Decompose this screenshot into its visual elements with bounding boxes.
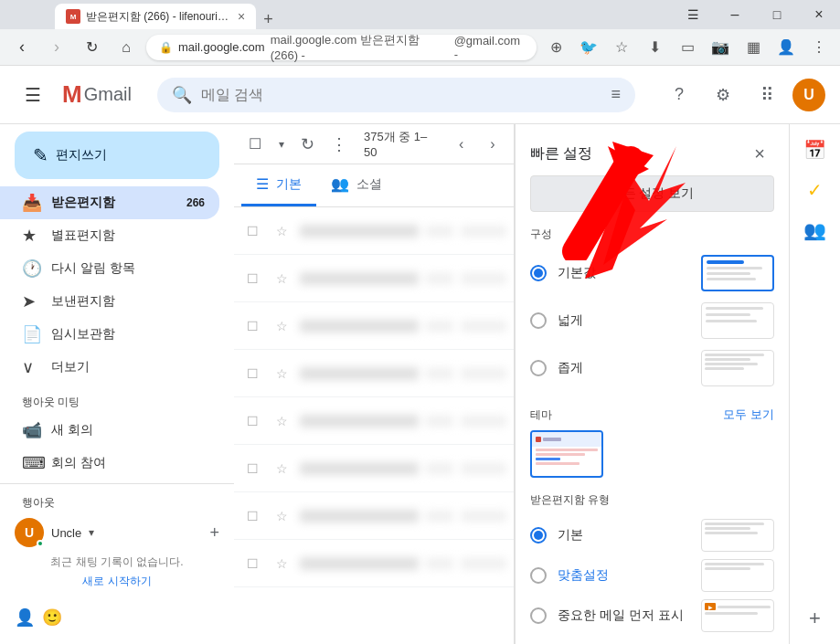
view-all-settings-button[interactable]: 모든 설정 보기 xyxy=(530,175,774,212)
compose-button[interactable]: ✎ 편지쓰기 xyxy=(15,132,219,179)
star-icon[interactable]: ☆ xyxy=(276,414,288,428)
sidebar-item-more[interactable]: ∨ 더보기 xyxy=(0,351,219,384)
calendar-icon[interactable]: 📅 xyxy=(797,132,834,168)
search-filter-icon[interactable]: ≡ xyxy=(611,85,621,104)
tab-social[interactable]: 👥 소셜 xyxy=(316,164,397,206)
star-icon[interactable]: ☆ xyxy=(276,271,288,286)
hamburger-menu-icon[interactable]: ☰ xyxy=(15,77,51,113)
address-bar[interactable]: 🔒 mail.google.com mail.google.com 받은편지함 … xyxy=(146,35,537,60)
theme-preview[interactable] xyxy=(530,430,603,478)
contacts-icon[interactable]: 👥 xyxy=(797,212,834,248)
sidebar-item-new-meeting[interactable]: 📹 새 회의 xyxy=(0,414,234,447)
star-icon[interactable]: ☆ xyxy=(276,366,288,381)
prev-page-button[interactable]: ‹ xyxy=(447,130,474,159)
table-row[interactable]: ☐ ☆ xyxy=(234,492,514,540)
table-row[interactable]: ☐ ☆ xyxy=(234,540,514,587)
chevron-down-icon[interactable]: ▾ xyxy=(89,526,94,539)
quick-settings-panel: 빠른 설정 × 모든 설정 보기 구성 기본값 xyxy=(515,124,789,644)
inbox-option-default[interactable]: 기본 xyxy=(530,515,774,555)
gmail-logo-text: Gmail xyxy=(84,84,132,105)
maximize-button[interactable]: □ xyxy=(756,0,798,29)
contacts-footer-icon[interactable]: 👤 xyxy=(15,607,35,628)
page-info: 375개 중 1–50 xyxy=(364,129,436,159)
extensions-icon[interactable]: ⊕ xyxy=(542,34,569,61)
tab-mail-icon: M xyxy=(66,9,80,24)
star-icon[interactable]: ☆ xyxy=(276,509,288,523)
sidebar-item-starred[interactable]: ★ 별표편지함 xyxy=(0,219,219,252)
inbox-option-custom[interactable]: 맞춤설정 xyxy=(530,555,774,596)
settings-button[interactable]: ⚙ xyxy=(705,77,741,113)
inbox-option-important[interactable]: 중요한 메일 먼저 표시 ▶ xyxy=(530,596,774,636)
table-row[interactable]: ☐ ☆ xyxy=(234,255,514,302)
browser-menu-icon[interactable]: ☰ xyxy=(672,0,714,29)
star-icon[interactable]: ☆ xyxy=(276,319,288,333)
inbox-important-label: 중요한 메일 먼저 표시 xyxy=(558,607,690,624)
sidebar-item-snoozed[interactable]: 🕐 다시 알림 항목 xyxy=(0,252,219,285)
next-page-button[interactable]: › xyxy=(479,130,506,159)
checkbox-icon[interactable]: ☐ xyxy=(247,271,259,286)
bookmark-star-icon[interactable]: ☆ xyxy=(608,34,635,61)
theme-view-all-button[interactable]: 모두 보기 xyxy=(723,406,774,423)
minimize-button[interactable]: – xyxy=(714,0,756,29)
star-icon[interactable]: ☆ xyxy=(276,461,288,476)
compose-icon: ✎ xyxy=(33,144,48,166)
checkbox-icon[interactable]: ☐ xyxy=(247,556,259,571)
quick-settings-close-button[interactable]: × xyxy=(745,139,774,168)
hangouts-section-header: 행아웃 xyxy=(22,495,55,511)
close-button[interactable]: × xyxy=(798,0,840,29)
sidebar-item-inbox[interactable]: 📥 받은편지함 266 xyxy=(0,186,219,219)
back-button[interactable]: ‹ xyxy=(7,33,37,62)
start-chat-link[interactable]: 새로 시작하기 xyxy=(0,574,234,589)
table-row[interactable]: ☐ ☆ xyxy=(234,207,514,255)
apps-button[interactable]: ⠿ xyxy=(749,77,785,113)
sidebar-item-join-meeting[interactable]: ⌨ 회의 참여 xyxy=(0,447,234,480)
search-input[interactable] xyxy=(201,87,602,103)
home-button[interactable]: ⌂ xyxy=(112,33,141,62)
table-row[interactable]: ☐ ☆ xyxy=(234,397,514,445)
twitter-icon[interactable]: 🐦 xyxy=(575,34,602,61)
camera-icon[interactable]: 📷 xyxy=(707,34,734,61)
browser-grid-icon[interactable]: ▦ xyxy=(739,34,767,61)
forward-button[interactable]: › xyxy=(42,33,71,62)
tasks-icon[interactable]: ✓ xyxy=(797,172,834,208)
right-sidebar: 📅 ✓ 👥 + xyxy=(789,124,840,644)
select-all-checkbox[interactable]: ☐ xyxy=(241,130,269,159)
search-icon: 🔍 xyxy=(172,85,192,105)
checkbox-icon[interactable]: ☐ xyxy=(247,414,259,428)
refresh-button[interactable]: ↻ xyxy=(77,33,106,62)
star-icon[interactable]: ☆ xyxy=(276,224,288,238)
checkbox-icon[interactable]: ☐ xyxy=(247,461,259,476)
checkbox-icon[interactable]: ☐ xyxy=(247,224,259,238)
inbox-label: 받은편지함 xyxy=(51,195,115,211)
density-option-comfortable[interactable]: 넓게 xyxy=(530,297,774,344)
add-plugin-button[interactable]: + xyxy=(797,600,834,637)
search-bar[interactable]: 🔍 ≡ xyxy=(157,78,635,112)
tab-manager-icon[interactable]: ▭ xyxy=(674,34,701,61)
user-avatar-button[interactable]: U xyxy=(792,79,825,111)
add-person-button[interactable]: + xyxy=(209,523,219,543)
browser-tab[interactable]: M 받은편지함 (266) - lifenourish2( × xyxy=(55,4,256,29)
new-tab-button[interactable]: + xyxy=(256,10,281,29)
sidebar-item-sent[interactable]: ➤ 보낸편지함 xyxy=(0,285,219,318)
table-row[interactable]: ☐ ☆ xyxy=(234,445,514,492)
tab-close-icon[interactable]: × xyxy=(238,9,245,24)
emoji-footer-icon[interactable]: 🙂 xyxy=(42,607,62,628)
density-option-default[interactable]: 기본값 xyxy=(530,249,774,297)
browser-options-icon[interactable]: ⋮ xyxy=(805,34,833,61)
tab-primary[interactable]: ☰ 기본 xyxy=(241,164,316,206)
more-actions-button[interactable]: ⋮ xyxy=(325,130,353,159)
checkbox-icon[interactable]: ☐ xyxy=(247,319,259,333)
star-icon[interactable]: ☆ xyxy=(276,556,288,571)
help-button[interactable]: ? xyxy=(661,77,697,113)
table-row[interactable]: ☐ ☆ xyxy=(234,302,514,350)
density-option-compact[interactable]: 좁게 xyxy=(530,344,774,392)
table-row[interactable]: ☐ ☆ xyxy=(234,350,514,397)
radio-inbox-important-icon xyxy=(530,607,547,624)
checkbox-icon[interactable]: ☐ xyxy=(247,509,259,523)
refresh-email-button[interactable]: ↻ xyxy=(293,130,321,159)
checkbox-icon[interactable]: ☐ xyxy=(247,366,259,381)
select-dropdown-icon[interactable]: ▾ xyxy=(272,130,290,159)
sidebar-item-drafts[interactable]: 📄 임시보관함 xyxy=(0,318,219,351)
profile-icon[interactable]: 👤 xyxy=(772,34,800,61)
download-icon[interactable]: ⬇ xyxy=(641,34,668,61)
